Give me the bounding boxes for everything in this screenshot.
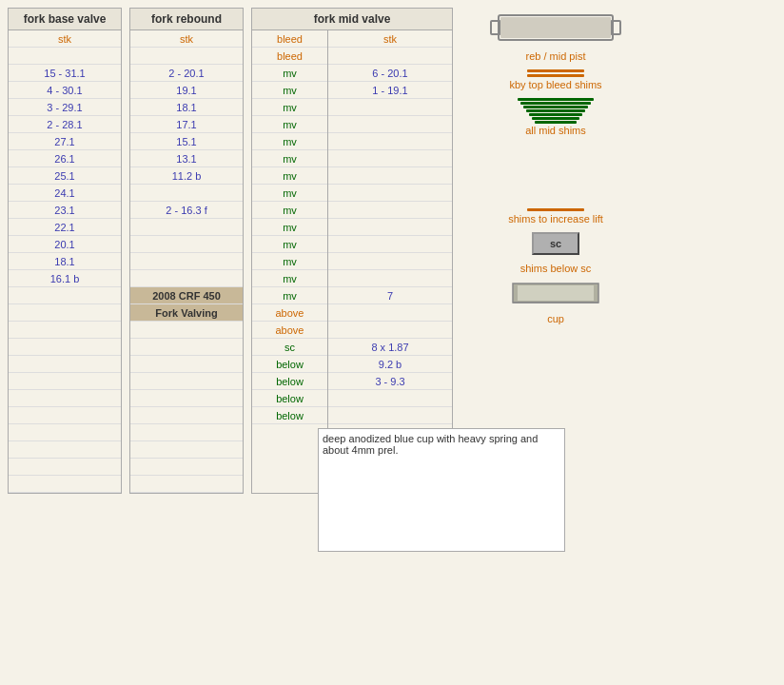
svg-rect-3 (500, 17, 611, 38)
mid-label-21: below (252, 390, 327, 407)
rebound-cell-13 (130, 253, 243, 270)
mid-label-15: mv (252, 287, 327, 304)
kby-bleed-shims-diagram: kby top bleed shims (509, 69, 601, 90)
mid-value-22 (328, 407, 452, 424)
base-cell-11: 22.1 (9, 219, 121, 236)
rebound-cell-12 (130, 236, 243, 253)
shims-increase-label: shims to increase lift (508, 213, 603, 225)
rebound-cell-3: 19.1 (130, 82, 243, 99)
base-cell-5: 2 - 28.1 (9, 116, 121, 133)
shim-line-5 (529, 113, 582, 116)
rebound-cell-14 (130, 270, 243, 287)
mid-value-18: 8 x 1.87 (328, 339, 452, 356)
base-cell-19 (9, 356, 121, 373)
rebound-cell-23 (130, 424, 243, 441)
mid-value-0: stk (328, 30, 452, 48)
rebound-cell-21 (130, 390, 243, 407)
mid-value-9 (328, 185, 452, 202)
mid-value-4 (328, 99, 452, 116)
rebound-cell-16: Fork Valving (130, 304, 243, 322)
mid-label-5: mv (252, 116, 327, 133)
shim-line-7 (535, 121, 577, 124)
shim-line-4 (526, 109, 585, 112)
mid-value-17 (328, 322, 452, 339)
mid-label-17: above (252, 322, 327, 339)
mid-shims-label: all mid shims (525, 125, 586, 136)
fork-mid-valve-header: fork mid valve (252, 9, 452, 30)
mid-label-19: below (252, 356, 327, 373)
bleed-line-2 (527, 74, 584, 77)
mid-value-2: 6 - 20.1 (328, 65, 452, 82)
base-cell-9: 24.1 (9, 185, 121, 202)
base-cell-26 (9, 476, 121, 493)
shims-increase-diagram: shims to increase lift (508, 208, 603, 225)
shim-line-1 (518, 98, 594, 101)
sc-label: sc (550, 238, 561, 249)
rebound-cell-26 (130, 476, 243, 493)
mid-value-7 (328, 150, 452, 167)
mid-label-16: above (252, 304, 327, 322)
mid-value-1 (328, 48, 452, 65)
rebound-cell-4: 18.1 (130, 99, 243, 116)
base-cell-2: 15 - 31.1 (9, 65, 121, 82)
mid-value-11 (328, 219, 452, 236)
mid-label-3: mv (252, 82, 327, 99)
mid-label-8: mv (252, 167, 327, 185)
increase-line (527, 208, 584, 211)
mid-value-12 (328, 236, 452, 253)
base-cell-10: 23.1 (9, 202, 121, 219)
reb-mid-pist-svg (489, 8, 622, 48)
mid-shims-diagram: all mid shims (518, 98, 594, 136)
mid-values-container: stk6 - 20.11 - 19.178 x 1.879.2 b3 - 9.3 (328, 30, 452, 493)
base-cell-24 (9, 441, 121, 459)
mid-label-6: mv (252, 133, 327, 150)
mid-label-18: sc (252, 339, 327, 356)
mid-value-13 (328, 253, 452, 270)
fork-mid-valve-column: fork mid valve bleedbleedmvmvmvmvmvmvmvm… (251, 8, 453, 494)
mid-label-0: bleed (252, 30, 327, 48)
base-cell-22 (9, 407, 121, 424)
rebound-cells-container: stk2 - 20.119.118.117.115.113.111.2 b2 -… (130, 30, 243, 493)
notes-container: deep anodized blue cup with heavy spring… (318, 428, 565, 555)
mid-value-6 (328, 133, 452, 150)
reb-mid-pist-label: reb / mid pist (489, 50, 622, 62)
notes-textarea[interactable]: deep anodized blue cup with heavy spring… (318, 428, 565, 552)
mid-label-1: bleed (252, 48, 327, 65)
base-cell-15 (9, 287, 121, 304)
rebound-cell-0: stk (130, 30, 243, 48)
base-cell-4: 3 - 29.1 (9, 99, 121, 116)
mid-value-20: 3 - 9.3 (328, 373, 452, 390)
svg-rect-5 (518, 285, 594, 301)
base-cell-3: 4 - 30.1 (9, 82, 121, 99)
mid-label-7: mv (252, 150, 327, 167)
mid-label-12: mv (252, 236, 327, 253)
cup-label: cup (508, 313, 603, 324)
mid-label-22: below (252, 407, 327, 424)
rebound-cell-25 (130, 459, 243, 476)
right-panel: reb / mid pist kby top bleed shims all m… (480, 8, 632, 494)
rebound-cell-2: 2 - 20.1 (130, 65, 243, 82)
mid-label-4: mv (252, 99, 327, 116)
base-cell-1 (9, 48, 121, 65)
base-cell-23 (9, 424, 121, 441)
rebound-cell-20 (130, 373, 243, 390)
base-cell-17 (9, 322, 121, 339)
rebound-cell-11 (130, 219, 243, 236)
shim-line-6 (532, 117, 579, 120)
rebound-cell-15: 2008 CRF 450 (130, 287, 243, 304)
base-cell-0: stk (9, 30, 121, 48)
cup-svg (508, 282, 603, 310)
base-cell-20 (9, 373, 121, 390)
mid-value-3: 1 - 19.1 (328, 82, 452, 99)
base-cell-25 (9, 459, 121, 476)
base-cell-16 (9, 304, 121, 322)
base-cell-14: 16.1 b (9, 270, 121, 287)
base-cell-7: 26.1 (9, 150, 121, 167)
mid-value-16 (328, 304, 452, 322)
sc-button[interactable]: sc (532, 232, 579, 255)
mid-value-5 (328, 116, 452, 133)
rebound-cell-22 (130, 407, 243, 424)
mid-value-14 (328, 270, 452, 287)
kby-label: kby top bleed shims (509, 79, 601, 90)
base-cell-13: 18.1 (9, 253, 121, 270)
